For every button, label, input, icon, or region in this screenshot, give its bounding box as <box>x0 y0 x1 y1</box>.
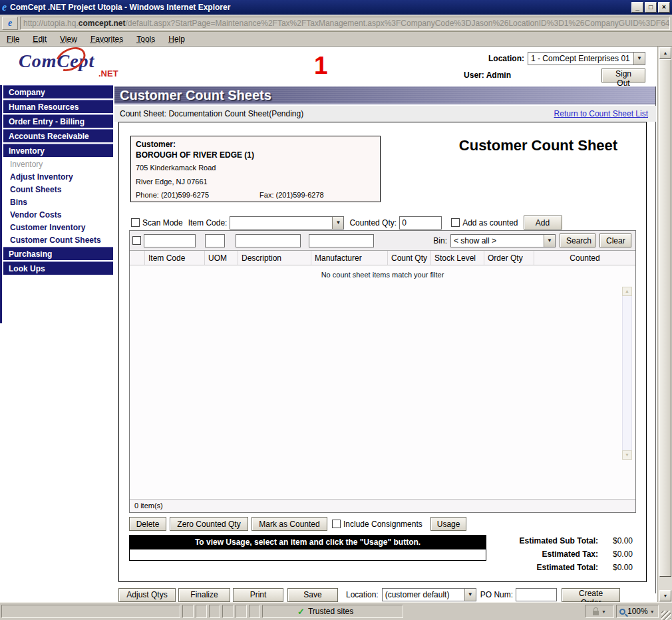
table-scrollbar-track[interactable] <box>622 296 632 450</box>
finalize-button[interactable]: Finalize <box>178 588 230 602</box>
filter-manufacturer-input[interactable] <box>309 234 374 247</box>
scrollbar-thumb[interactable] <box>659 59 671 577</box>
filter-row: Bin: < show all > ▼ Search Clear <box>130 231 635 251</box>
sidebar-item-human-resources[interactable]: Human Resources <box>3 100 113 113</box>
table-body: No count sheet items match your filter ▲… <box>130 265 635 499</box>
lock-icon <box>593 611 599 615</box>
sign-out-button[interactable]: Sign Out <box>601 69 645 82</box>
adjust-qtys-button[interactable]: Adjust Qtys <box>118 588 176 602</box>
close-button[interactable]: × <box>658 2 670 13</box>
sidebar-item-company[interactable]: Company <box>3 85 113 98</box>
chevron-down-icon[interactable]: ▼ <box>544 235 555 247</box>
trusted-check-icon: ✓ <box>297 607 305 617</box>
table-scrollbar[interactable]: ▲ ▼ <box>622 287 632 460</box>
resize-grip[interactable] <box>661 611 671 620</box>
sidebar-item-accounts-receivable[interactable]: Accounts Receivable <box>3 129 113 142</box>
title-bar: e ComCept .NET Project Utopia - Windows … <box>0 0 672 15</box>
menu-edit[interactable]: Edit <box>33 35 47 44</box>
page-title: Customer Count Sheets <box>114 86 656 104</box>
clear-button[interactable]: Clear <box>599 233 631 247</box>
menu-tools[interactable]: Tools <box>136 35 155 44</box>
status-mini-panel <box>182 605 194 618</box>
ie-logo-icon: e <box>2 2 7 13</box>
chevron-down-icon[interactable]: ▼ <box>464 589 476 601</box>
usage-button[interactable]: Usage <box>430 517 466 531</box>
select-all-checkbox[interactable] <box>132 236 141 245</box>
print-button[interactable]: Print <box>233 588 283 602</box>
po-num-label: PO Num: <box>480 590 513 599</box>
bin-label: Bin: <box>433 236 447 245</box>
scroll-up-icon[interactable]: ▲ <box>622 287 632 296</box>
column-count-qty: Count Qty <box>387 251 430 265</box>
zero-counted-qty-button[interactable]: Zero Counted Qty <box>170 517 248 531</box>
scroll-up-icon[interactable]: ▲ <box>659 47 671 59</box>
column-manufacturer: Manufacturer <box>311 251 387 265</box>
status-mini-panel <box>249 605 260 618</box>
customer-phone: Phone: (201)599-6275 <box>136 191 209 199</box>
return-to-count-sheet-list-link[interactable]: Return to Count Sheet List <box>554 109 648 118</box>
po-num-input[interactable] <box>516 588 557 601</box>
menu-favorites[interactable]: Favorites <box>90 35 123 44</box>
address-input[interactable]: http://utopia.hq.comcept.net/default.asp… <box>20 17 670 30</box>
bin-select-value: < show all > <box>451 236 544 245</box>
location-select[interactable]: 1 - ComCept Enterprises 01 ▼ <box>528 52 645 65</box>
sidebar-item-purchasing[interactable]: Purchasing <box>3 247 113 260</box>
filter-item-code-input[interactable] <box>144 234 196 247</box>
status-bar: ✓ Trusted sites ▼ 100% ▼ <box>0 602 672 620</box>
scroll-down-icon[interactable]: ▼ <box>622 450 632 460</box>
add-as-counted-checkbox[interactable] <box>451 218 460 227</box>
item-code-select[interactable]: ▼ <box>230 216 344 230</box>
create-order-button[interactable]: Create Order <box>562 588 620 602</box>
bottom-location-label: Location: <box>346 590 379 599</box>
count-sheet-bar: Count Sheet: Documentation Count Sheet(P… <box>114 106 656 122</box>
browser-window: e ComCept .NET Project Utopia - Windows … <box>0 0 672 620</box>
url-prefix: http://utopia.hq. <box>23 19 79 28</box>
comcept-logo: ComCept .NET <box>19 51 132 82</box>
sidebar-subitem-bins[interactable]: Bins <box>3 196 113 209</box>
sidebar-subitem-customer-count-sheets[interactable]: Customer Count Sheets <box>3 234 113 247</box>
minimize-button[interactable]: _ <box>631 2 643 13</box>
maximize-button[interactable]: □ <box>645 2 657 13</box>
customer-address2: River Edge, NJ 07661 <box>136 178 375 186</box>
sidebar-item-look-ups[interactable]: Look Ups <box>3 261 113 275</box>
chevron-down-icon[interactable]: ▼ <box>601 609 606 614</box>
menu-help[interactable]: Help <box>168 35 185 44</box>
delete-button[interactable]: Delete <box>129 517 166 531</box>
scan-mode-checkbox[interactable] <box>131 218 140 227</box>
header-checkbox-column <box>130 251 144 265</box>
sidebar-subitem-count-sheets[interactable]: Count Sheets <box>3 184 113 196</box>
zoom-control[interactable]: 100% ▼ <box>616 605 659 618</box>
bottom-location-select[interactable]: (customer default) ▼ <box>382 588 476 601</box>
add-as-counted-label: Add as counted <box>462 218 518 228</box>
sidebar-subitem-adjust-inventory[interactable]: Adjust Inventory <box>3 171 113 184</box>
chevron-down-icon[interactable]: ▼ <box>650 609 655 614</box>
include-consignments-label: Include Consignments <box>343 520 422 529</box>
customer-fax: Fax: (201)599-6278 <box>259 191 324 199</box>
filter-uom-input[interactable] <box>205 234 225 247</box>
mark-as-counted-button[interactable]: Mark as Counted <box>252 517 327 531</box>
include-consignments-checkbox[interactable] <box>332 520 341 528</box>
sidebar-subitem-vendor-costs[interactable]: Vendor Costs <box>3 209 113 222</box>
scroll-down-icon[interactable]: ▼ <box>659 590 671 601</box>
bin-select[interactable]: < show all > ▼ <box>450 234 556 247</box>
save-button[interactable]: Save <box>287 588 338 602</box>
chevron-down-icon[interactable]: ▼ <box>633 53 645 65</box>
chevron-down-icon[interactable]: ▼ <box>332 217 343 229</box>
add-button[interactable]: Add <box>524 216 562 230</box>
estimated-tax-value: $0.00 <box>598 549 633 559</box>
browser-scrollbar[interactable]: ▲ ▼ <box>657 47 672 602</box>
counted-qty-input[interactable] <box>399 216 442 230</box>
sidebar-nav: Company Human Resources Order Entry - Bi… <box>0 85 113 276</box>
estimated-total-label: Estimated Total: <box>537 563 598 572</box>
estimated-tax-label: Estimated Tax: <box>542 549 598 559</box>
sidebar-item-order-entry-billing[interactable]: Order Entry - Billing <box>3 114 113 128</box>
sidebar-item-inventory[interactable]: Inventory <box>3 144 113 157</box>
search-button[interactable]: Search <box>560 233 595 247</box>
menu-view[interactable]: View <box>60 35 77 44</box>
sidebar-subitem-customer-inventory[interactable]: Customer Inventory <box>3 222 113 234</box>
menu-file[interactable]: File <box>7 35 19 44</box>
url-path: /default.aspx?StartPage=Maintenance%2FTa… <box>125 19 670 28</box>
sheet-title: Customer Count Sheet <box>428 137 648 154</box>
filter-description-input[interactable] <box>236 234 301 247</box>
protected-mode-panel[interactable]: ▼ <box>585 605 614 618</box>
